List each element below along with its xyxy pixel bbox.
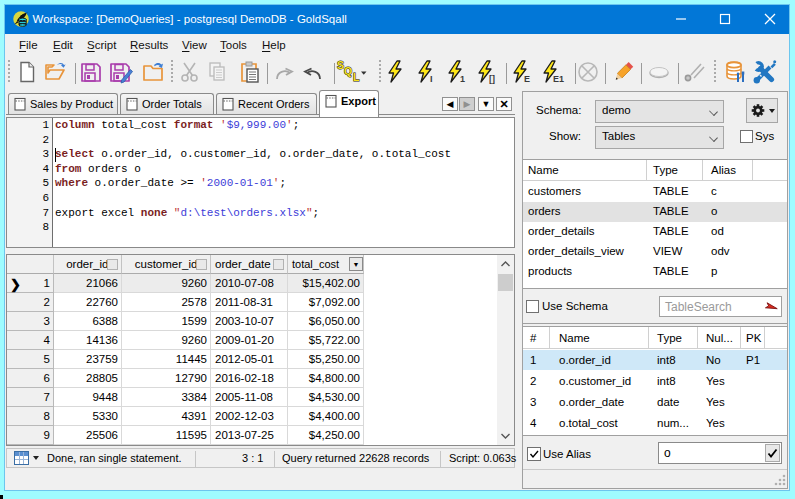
svg-text:S: S: [337, 59, 344, 71]
svg-text:1: 1: [460, 74, 465, 84]
svg-text:E1: E1: [553, 74, 564, 84]
svg-text:I: I: [430, 74, 433, 84]
svg-text:[]: []: [489, 74, 495, 84]
svg-text:E: E: [524, 74, 530, 84]
svg-text:Q: Q: [344, 65, 352, 77]
svg-text:L: L: [353, 71, 360, 83]
